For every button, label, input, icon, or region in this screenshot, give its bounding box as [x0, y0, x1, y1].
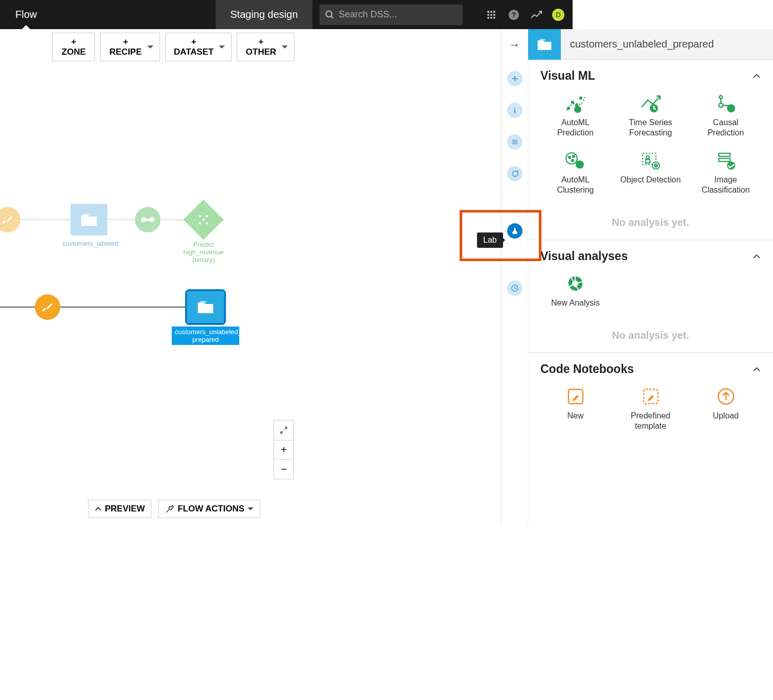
staging-label[interactable]: Staging design: [216, 0, 312, 29]
caret-down-icon: [282, 45, 288, 52]
dataset-node-customers-labeled[interactable]: [71, 204, 107, 236]
svg-point-37: [572, 101, 573, 103]
section-code-notebooks: Code Notebooks New Predefined template: [528, 353, 573, 446]
panel-rail: → Lab: [502, 29, 528, 524]
search-input[interactable]: [339, 9, 458, 20]
section-visual-ml: Visual ML AutoML Prediction Time Series …: [528, 60, 573, 240]
dataset-icon: [528, 29, 561, 60]
tile-notebook-new[interactable]: New: [540, 382, 573, 434]
caret-down-icon: [247, 507, 254, 514]
recipe-node-train[interactable]: [135, 207, 161, 232]
section-visual-analyses: Visual analyses New Analysis No analysis…: [528, 240, 573, 353]
tile-label: New: [567, 411, 573, 421]
wrench-icon: [165, 504, 174, 514]
panel-header: customers_unlabeled_prepared: [528, 29, 573, 60]
rail-list-button[interactable]: [507, 134, 522, 150]
apps-grid-icon[interactable]: [485, 8, 498, 21]
svg-line-27: [281, 431, 283, 433]
tile-automl-clustering[interactable]: AutoML Clustering: [540, 146, 573, 198]
empty-state: No analysis yet.: [540, 217, 573, 228]
svg-point-22: [206, 215, 209, 218]
svg-rect-67: [569, 389, 573, 404]
tile-automl-prediction[interactable]: AutoML Prediction: [540, 89, 573, 141]
node-label-selected: customers_unlabeled_prepared: [172, 326, 239, 345]
svg-point-4: [493, 11, 495, 13]
svg-point-24: [206, 222, 209, 225]
new-analysis-icon: [565, 272, 573, 295]
collapse-panel-button[interactable]: →: [509, 38, 520, 52]
caret-down-icon: [147, 45, 153, 52]
svg-point-8: [487, 16, 489, 18]
zoom-controls: + −: [274, 420, 294, 479]
tile-label: AutoML Clustering: [543, 175, 573, 195]
section-title: Code Notebooks: [540, 362, 573, 376]
top-bar: Flow Staging design ? D: [0, 0, 573, 29]
svg-line-1: [331, 16, 333, 18]
zoom-in-button[interactable]: +: [274, 440, 293, 459]
svg-point-6: [490, 13, 492, 15]
section-title: Visual ML: [540, 69, 573, 83]
tile-label: AutoML Prediction: [543, 118, 573, 138]
svg-rect-19: [146, 219, 149, 221]
svg-point-25: [202, 219, 205, 221]
rail-info-button[interactable]: [507, 103, 522, 118]
svg-point-55: [572, 159, 573, 161]
svg-point-30: [514, 108, 515, 109]
node-label: customers_labeled: [62, 240, 116, 247]
global-search[interactable]: [320, 5, 463, 25]
svg-point-20: [149, 217, 154, 222]
notebook-new-icon: [566, 385, 573, 408]
zoom-out-button[interactable]: −: [274, 459, 293, 479]
details-panel: → Lab customers_unlabeled_prepared: [501, 29, 573, 524]
svg-point-18: [141, 217, 146, 222]
tile-label: New Analysis: [551, 298, 573, 308]
svg-point-5: [487, 13, 489, 15]
add-other-button[interactable]: + OTHER: [237, 33, 294, 61]
rail-chat-button[interactable]: [507, 166, 522, 181]
lab-tooltip: Lab: [477, 232, 503, 248]
section-title: Visual analyses: [540, 249, 573, 263]
svg-point-53: [569, 156, 571, 158]
rail-history-button[interactable]: [507, 281, 522, 296]
svg-point-10: [493, 16, 495, 18]
caret-down-icon: [219, 45, 225, 52]
search-icon: [325, 10, 335, 20]
dataset-name: customers_unlabeled_prepared: [561, 38, 573, 50]
trend-icon[interactable]: [530, 8, 543, 21]
clustering-icon: [563, 149, 573, 172]
empty-state: No analysis yet.: [540, 330, 573, 341]
svg-line-26: [284, 427, 287, 430]
svg-text:?: ?: [512, 11, 516, 18]
svg-point-7: [493, 13, 495, 15]
rail-add-button[interactable]: [507, 71, 522, 86]
help-icon[interactable]: ?: [507, 8, 520, 21]
rail-lab-button[interactable]: [507, 223, 522, 239]
user-avatar[interactable]: D: [552, 9, 564, 21]
svg-point-9: [490, 16, 492, 18]
flow-canvas[interactable]: + ZONE + RECIPE + DATASET + OTHER custom…: [0, 29, 301, 524]
automl-prediction-icon: [563, 92, 573, 114]
svg-point-23: [199, 222, 201, 225]
tab-flow[interactable]: Flow: [0, 0, 52, 29]
preview-button[interactable]: PREVIEW: [88, 500, 151, 518]
add-recipe-button[interactable]: + RECIPE: [100, 33, 160, 61]
add-zone-button[interactable]: + ZONE: [52, 33, 95, 61]
fullscreen-button[interactable]: [274, 421, 293, 440]
add-dataset-button[interactable]: + DATASET: [165, 33, 232, 61]
svg-rect-31: [514, 110, 515, 113]
recipe-node-prepare-active[interactable]: [35, 294, 60, 320]
dataset-node-customers-unlabeled-prepared[interactable]: [187, 291, 224, 323]
chevron-up-icon: [95, 506, 102, 511]
flow-actions-button[interactable]: FLOW ACTIONS: [158, 500, 260, 518]
svg-point-3: [490, 11, 492, 13]
svg-point-21: [199, 215, 201, 218]
svg-point-2: [487, 11, 489, 13]
svg-point-54: [573, 155, 573, 157]
svg-point-0: [326, 11, 332, 17]
node-label: Predict high_revenue(binary): [173, 241, 234, 264]
tile-new-analysis[interactable]: New Analysis: [540, 269, 573, 311]
